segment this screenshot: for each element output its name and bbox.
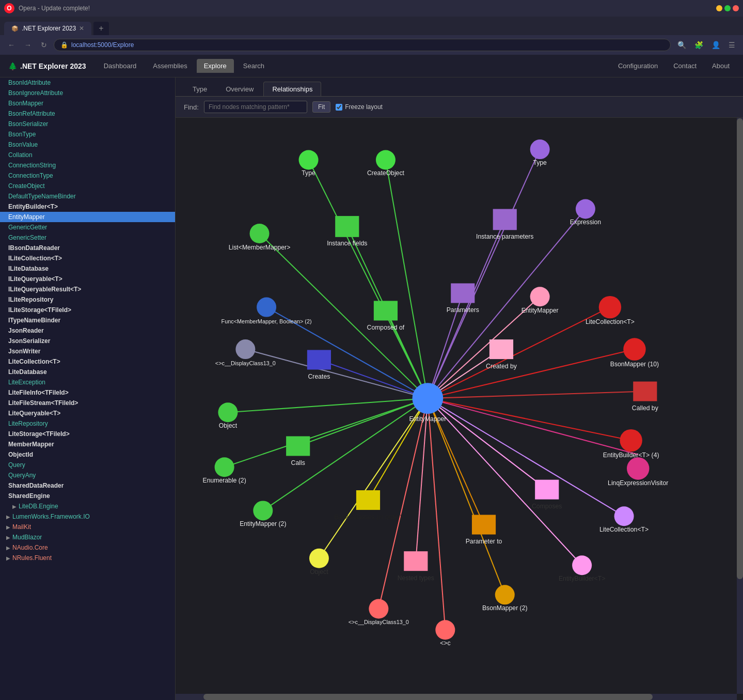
sidebar-item-bsonvalue[interactable]: BsonValue: [0, 139, 175, 150]
sidebar-item-createobject[interactable]: CreateObject: [0, 181, 175, 191]
node-called-by[interactable]: [633, 382, 657, 401]
node-object-bot[interactable]: [309, 549, 329, 568]
node-parameters[interactable]: [451, 283, 475, 303]
node-litecollection-t2[interactable]: [614, 506, 634, 526]
freeze-checkbox[interactable]: [336, 104, 342, 111]
node-createobject[interactable]: [376, 150, 396, 169]
sidebar-item-litecollection[interactable]: LiteCollection<T>: [0, 356, 175, 367]
nav-contact[interactable]: Contact: [668, 59, 702, 73]
node-parameter-to[interactable]: [472, 515, 496, 535]
vertical-scrollbar-thumb[interactable]: [737, 118, 743, 579]
sidebar-item-queryany[interactable]: QueryAny: [0, 470, 175, 480]
sidebar-item-genericsetter[interactable]: GenericSetter: [0, 232, 175, 243]
nav-assemblies[interactable]: Assemblies: [146, 59, 194, 73]
menu-icon[interactable]: ☰: [726, 40, 738, 50]
sidebar-item-connectionstring[interactable]: ConnectionString: [0, 160, 175, 170]
sidebar-item-ilitedatabase[interactable]: ILiteDatabase: [0, 263, 175, 274]
sidebar-group-mudblazor[interactable]: ▶ MudBlazor: [0, 532, 175, 542]
sidebar-item-ilitestorage[interactable]: ILiteStorage<TFileId>: [0, 305, 175, 315]
tab-close-icon[interactable]: ✕: [79, 25, 84, 32]
horizontal-scrollbar-thumb[interactable]: [203, 694, 653, 700]
refresh-button[interactable]: ↻: [38, 39, 50, 51]
sidebar-item-membermapper[interactable]: MemberMapper: [0, 439, 175, 449]
sidebar-item-litefileinfo[interactable]: LiteFileInfo<TFileId>: [0, 387, 175, 398]
graph-area[interactable]: EntityMapper Type CreateObject Type Expr…: [176, 118, 743, 700]
sidebar-group-nrules[interactable]: ▶ NRules.Fluent: [0, 553, 175, 563]
new-tab-button[interactable]: +: [93, 22, 108, 35]
node-enumerable2[interactable]: [215, 457, 234, 477]
sidebar-item-bsonignoreattribute[interactable]: BsonIgnoreAttribute: [0, 88, 175, 98]
sidebar-item-entitymapper[interactable]: EntityMapper: [0, 212, 175, 222]
sidebar-item-collation[interactable]: Collation: [0, 150, 175, 160]
node-bsonmapper-right[interactable]: [623, 338, 645, 360]
sidebar-item-itypenamebinder[interactable]: ITypeNameBinder: [0, 315, 175, 325]
fit-button[interactable]: Fit: [312, 101, 330, 113]
node-expression[interactable]: [576, 199, 595, 219]
sidebar-item-entitybuildert[interactable]: EntityBuilder<T>: [0, 201, 175, 212]
sidebar-group-litedbengine[interactable]: ▶ LiteDB.Engine: [0, 501, 175, 511]
node-entitybuilder-t-bot[interactable]: [572, 555, 592, 575]
nav-configuration[interactable]: Configuration: [613, 59, 663, 73]
search-toolbar-icon[interactable]: 🔍: [675, 40, 689, 50]
sidebar-item-ibsondatareader[interactable]: IBsonDataReader: [0, 243, 175, 253]
sidebar-item-iliterepository[interactable]: ILiteRepository: [0, 294, 175, 305]
sidebar-item-query[interactable]: Query: [0, 460, 175, 470]
tab-overview[interactable]: Overview: [217, 82, 262, 96]
node-nested-types[interactable]: [404, 551, 428, 571]
sidebar-item-connectiontype[interactable]: ConnectionType: [0, 170, 175, 181]
sidebar-item-ilitequeryable[interactable]: ILiteQueryable<T>: [0, 274, 175, 284]
nav-dashboard[interactable]: Dashboard: [97, 59, 144, 73]
node-display-class[interactable]: [235, 339, 255, 359]
sidebar-item-shareddatareader[interactable]: SharedDataReader: [0, 480, 175, 491]
node-instance-fields[interactable]: [335, 216, 359, 237]
tab-type[interactable]: Type: [184, 82, 216, 96]
node-object-left[interactable]: [218, 402, 238, 422]
nav-search[interactable]: Search: [236, 59, 272, 73]
sidebar-item-jsonserializer[interactable]: JsonSerializer: [0, 336, 175, 346]
node-entitybuilder-t4[interactable]: [620, 429, 642, 452]
find-input[interactable]: [204, 101, 307, 113]
address-bar[interactable]: 🔒 localhost:5000/Explore: [54, 39, 671, 51]
node-func-membermapper[interactable]: [257, 298, 276, 317]
sidebar-item-genericgetter[interactable]: GenericGetter: [0, 222, 175, 232]
node-bsonmapper2[interactable]: [495, 585, 515, 604]
back-button[interactable]: ←: [5, 39, 18, 51]
nav-about[interactable]: About: [707, 59, 735, 73]
sidebar-item-litestorage[interactable]: LiteStorage<TFileId>: [0, 429, 175, 439]
node-c-circle[interactable]: [435, 620, 455, 640]
sidebar-group-naudio[interactable]: ▶ NAudio.Core: [0, 542, 175, 553]
freeze-layout-label[interactable]: Freeze layout: [336, 103, 383, 111]
active-browser-tab[interactable]: 📦 .NET Explorer 2023 ✕: [4, 22, 91, 35]
node-list-membermapper[interactable]: [250, 224, 270, 243]
close-button[interactable]: [733, 5, 739, 11]
horizontal-scrollbar[interactable]: [176, 694, 737, 700]
node-creates-rect[interactable]: [307, 350, 331, 369]
sidebar-item-ilitecollection[interactable]: ILiteCollection<T>: [0, 253, 175, 263]
sidebar-item-litefilestream[interactable]: LiteFileStream<TFileId>: [0, 398, 175, 408]
sidebar-group-mailkit[interactable]: ▶ MailKit: [0, 522, 175, 532]
sidebar-item-bsonrefattribute[interactable]: BsonRefAttribute: [0, 108, 175, 119]
node-instance-params[interactable]: [493, 209, 517, 230]
sidebar-item-bsonidattribute[interactable]: BsonIdAttribute: [0, 77, 175, 88]
sidebar-group-lumenworks[interactable]: ▶ LumenWorks.Framework.IO: [0, 511, 175, 522]
sidebar-item-liteexception[interactable]: LiteException: [0, 377, 175, 387]
node-entitymapper-right[interactable]: [530, 287, 550, 306]
sidebar-item-jsonreader[interactable]: JsonReader: [0, 325, 175, 336]
node-litecollection-t[interactable]: [599, 296, 621, 318]
sidebar-item-bsontype[interactable]: BsonType: [0, 129, 175, 139]
account-icon[interactable]: 👤: [709, 40, 723, 50]
vertical-scrollbar[interactable]: [737, 118, 743, 694]
node-calls-rect[interactable]: [286, 436, 310, 456]
sidebar-item-bsonmapper[interactable]: BsonMapper: [0, 98, 175, 108]
sidebar-item-litequeryable[interactable]: LiteQueryable<T>: [0, 408, 175, 418]
sidebar-item-literepository[interactable]: LiteRepository: [0, 418, 175, 429]
sidebar-resize-handle[interactable]: [173, 77, 175, 700]
node-created-by[interactable]: [489, 339, 513, 359]
node-linq-expr-visitor[interactable]: [627, 457, 649, 479]
sidebar-item-litedatabase[interactable]: LiteDatabase: [0, 367, 175, 377]
sidebar-item-defaulttypenamebinder[interactable]: DefaultTypeNameBinder: [0, 191, 175, 201]
sidebar-item-sharedengine[interactable]: SharedEngine: [0, 491, 175, 501]
extensions-icon[interactable]: 🧩: [692, 40, 706, 50]
maximize-button[interactable]: [724, 5, 731, 11]
node-entitymapper-center[interactable]: [413, 383, 444, 414]
